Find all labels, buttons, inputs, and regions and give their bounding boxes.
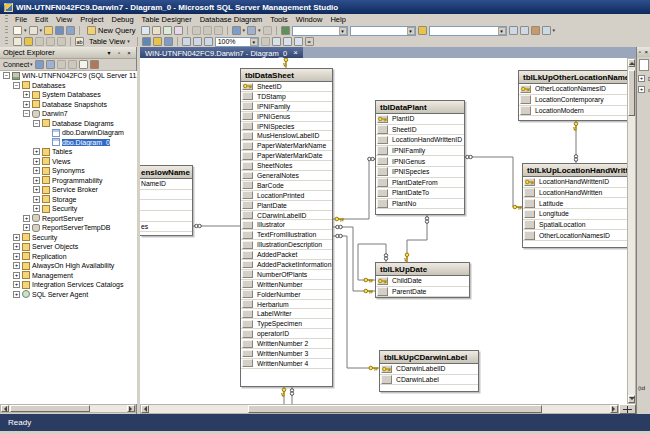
save-icon[interactable]	[55, 26, 64, 35]
relationship-tbldatasheet-tbllkupdate[interactable]	[333, 225, 375, 293]
column-row[interactable]: LocationPrinted	[241, 191, 332, 201]
tree-item-tables[interactable]: +Tables	[0, 147, 137, 157]
tree-item-security[interactable]: +Security	[0, 204, 137, 214]
column-row[interactable]: LocationHandWritten	[523, 188, 627, 199]
column-row[interactable]: PlantDateFrom	[376, 178, 464, 189]
column-row[interactable]: CDarwinLabelID	[241, 211, 332, 221]
diagram-table-tbllkupotherlocationnames[interactable]: tblLkUpOtherLocationNamesOtherLocationNa…	[518, 70, 627, 121]
new-query-button[interactable]: New Query	[84, 25, 139, 36]
column-row[interactable]: LocationHandWrittenID	[376, 135, 464, 146]
expand-icon[interactable]: +	[33, 186, 40, 193]
column-row[interactable]: FolderNumber	[241, 290, 332, 300]
column-row[interactable]: es	[140, 222, 192, 233]
expand-icon[interactable]: +	[33, 177, 40, 184]
panel-thumbnail-icon[interactable]	[639, 59, 649, 71]
tree-item-views[interactable]: +Views	[0, 157, 137, 167]
column-row[interactable]	[140, 190, 192, 201]
expand-icon[interactable]: +	[13, 281, 20, 288]
collapse-icon[interactable]: −	[33, 120, 40, 127]
right-panel-item[interactable]: +db	[638, 86, 650, 93]
diagram-table-tbllkupcdarwinlabel[interactable]: tblLkUpCDarwinLabelCDarwinLabelIDCDarwin…	[379, 350, 479, 392]
menu-help[interactable]: Help	[326, 14, 349, 25]
registered-servers-icon[interactable]	[509, 26, 518, 35]
column-row[interactable]: GeneralNotes	[241, 171, 332, 181]
delete-icon[interactable]	[90, 60, 99, 69]
tree-item-integration-services-catalogs[interactable]: +Integration Services Catalogs	[0, 280, 137, 290]
column-row[interactable]: ParentDate	[376, 287, 469, 298]
column-row[interactable]: CDarwinLabelID	[380, 364, 478, 375]
relationship-tbllkupotherlocationnames-tbllkuplocationhandwritten[interactable]	[574, 121, 578, 163]
window-layout-icon-dropdown[interactable]: ▾	[553, 26, 556, 35]
tree-item-reportserver[interactable]: +ReportServer	[0, 214, 137, 224]
expand-icon[interactable]: +	[13, 291, 20, 298]
new-file-icon[interactable]	[13, 26, 22, 35]
expand-icon[interactable]: +	[638, 75, 645, 82]
table-view-button[interactable]: Table View▾	[86, 36, 133, 47]
find-icon[interactable]	[418, 26, 427, 35]
column-row[interactable]: TDStamp	[241, 92, 332, 102]
new-file-icon-dropdown[interactable]: ▾	[24, 26, 27, 35]
disconnect-icon[interactable]	[35, 60, 44, 69]
debug-target-combo-arrow[interactable]: ▾	[339, 27, 347, 35]
right-panel-item[interactable]: +Da	[638, 75, 650, 82]
solution-platform-combo[interactable]: ▾	[350, 26, 416, 36]
column-row[interactable]	[140, 211, 192, 222]
tree-item-sql-server-agent[interactable]: +SQL Server Agent	[0, 290, 137, 300]
expand-icon[interactable]: +	[33, 167, 40, 174]
expand-icon[interactable]: +	[13, 234, 20, 241]
column-row[interactable]: MusHenslowLabelID	[241, 131, 332, 141]
undo-icon[interactable]	[232, 26, 241, 35]
menu-view[interactable]: View	[52, 14, 76, 25]
save-all-icon[interactable]	[66, 26, 75, 35]
column-row[interactable]: LocationModern	[519, 106, 627, 117]
undo-icon-dropdown[interactable]: ▾	[243, 26, 246, 35]
relationship-partial-table-tbldatasheet[interactable]	[193, 224, 240, 227]
tree-item-database-snapshots[interactable]: +Database Snapshots	[0, 100, 137, 110]
collapse-icon[interactable]: −	[13, 82, 20, 89]
xmla-query-icon[interactable]	[174, 26, 183, 35]
relationship-off-canvas-top-tbldatasheet[interactable]	[284, 58, 288, 68]
column-row[interactable]: operatorID	[241, 329, 332, 339]
menu-table-designer[interactable]: Table Designer	[138, 14, 196, 25]
window-layout-icon[interactable]	[542, 26, 551, 35]
expand-icon[interactable]: +	[13, 262, 20, 269]
column-row[interactable]: IPNIGenus	[241, 112, 332, 122]
panel-menu-icon[interactable]: ▾	[105, 49, 113, 57]
collapse-icon[interactable]: −	[3, 72, 10, 79]
script-icon[interactable]	[79, 60, 88, 69]
remove-from-diagram-icon[interactable]	[164, 37, 173, 46]
autosize-selected-tables-icon[interactable]	[182, 37, 191, 46]
column-row[interactable]: PaperWaterMarkDate	[241, 151, 332, 161]
expand-icon[interactable]: +	[23, 224, 30, 231]
tree-item-management[interactable]: +Management	[0, 271, 137, 281]
close-icon[interactable]: ×	[643, 48, 649, 56]
menu-database-diagram[interactable]: Database Diagram	[196, 14, 267, 25]
connect-button[interactable]: Connect ▾	[3, 60, 33, 69]
debug-target-combo[interactable]: ▾	[292, 26, 348, 36]
column-row[interactable]: TextFromIllustration	[241, 230, 332, 240]
object-explorer-hscrollbar[interactable]	[0, 404, 136, 413]
tree-item-reportservertempdb[interactable]: +ReportServerTempDB	[0, 223, 137, 233]
find-combo[interactable]: ▾	[429, 26, 507, 36]
redo-icon-dropdown[interactable]: ▾	[258, 26, 261, 35]
tree-item-replication[interactable]: +Replication	[0, 252, 137, 262]
expand-icon[interactable]: +	[23, 101, 30, 108]
relationship-tbldatasheet-tbllkupcdarwinlabel[interactable]	[333, 234, 379, 370]
column-row[interactable]: SpatialLocation	[523, 220, 627, 231]
expand-icon[interactable]: +	[33, 148, 40, 155]
column-row[interactable]: NameID	[140, 179, 192, 190]
menu-edit[interactable]: Edit	[31, 14, 52, 25]
expand-icon[interactable]: +	[638, 86, 645, 93]
diagram-table-tbllkuplocationhandwritten[interactable]: tblLkUpLocationHandWrittenLocationHandWr…	[522, 163, 627, 248]
pin-icon[interactable]: ▫	[115, 49, 123, 57]
column-row[interactable]: AddedPacket	[241, 250, 332, 260]
tree-item-database-diagrams[interactable]: −Database Diagrams	[0, 119, 137, 129]
tree-item-synonyms[interactable]: +Synonyms	[0, 166, 137, 176]
diagram-hscrollbar[interactable]	[140, 404, 619, 414]
find-combo-arrow[interactable]: ▾	[498, 27, 506, 35]
column-row[interactable]: IPNIGenus	[376, 156, 464, 167]
expand-icon[interactable]: +	[23, 215, 30, 222]
column-row[interactable]: WrittenNumber 2	[241, 339, 332, 349]
column-row[interactable]: WrittenNumber	[241, 280, 332, 290]
column-row[interactable]: Herbarium	[241, 300, 332, 310]
